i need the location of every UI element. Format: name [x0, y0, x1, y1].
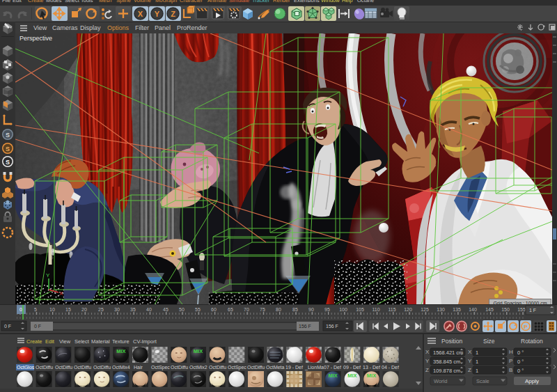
svg-text:OctDiffu: OctDiffu [36, 365, 53, 370]
svg-text:07 - Def: 07 - Def [324, 365, 341, 370]
svg-text:Z: Z [425, 367, 429, 373]
svg-text:60: 60 [211, 307, 217, 312]
svg-text:H: H [509, 349, 513, 355]
svg-text:40: 40 [146, 307, 152, 312]
svg-text:Y: Y [46, 272, 50, 279]
svg-text:115: 115 [388, 307, 395, 312]
svg-text:X: X [425, 349, 430, 355]
svg-text:OctDiffu: OctDiffu [74, 365, 91, 370]
svg-text:_LionMa: _LionMa [304, 365, 324, 370]
svg-text:OctDiffu: OctDiffu [247, 365, 265, 370]
svg-text:Z: Z [468, 367, 471, 373]
svg-text:Edit: Edit [45, 338, 55, 345]
svg-text:OctDiffu: OctDiffu [209, 365, 226, 370]
svg-text:P: P [509, 358, 512, 364]
svg-text:Hair: Hair [134, 365, 143, 370]
svg-text:X: X [138, 10, 143, 18]
svg-text:OctDiffu: OctDiffu [55, 365, 72, 370]
svg-text:OctSpec: OctSpec [228, 365, 246, 370]
svg-text:1: 1 [476, 350, 478, 356]
svg-text:45: 45 [163, 307, 168, 312]
svg-text:Select: Select [74, 338, 90, 345]
svg-text:OctSpec: OctSpec [151, 365, 170, 370]
svg-text:65: 65 [228, 307, 233, 312]
svg-text:CV-Import: CV-Import [133, 338, 157, 345]
svg-text:OctDiffu: OctDiffu [171, 365, 188, 370]
svg-text:75: 75 [260, 307, 265, 312]
svg-text:358.845 cm: 358.845 cm [433, 359, 460, 365]
svg-text:Scale: Scale [476, 378, 489, 384]
svg-text:156 F: 156 F [326, 324, 338, 329]
svg-text:Y: Y [425, 358, 430, 364]
svg-text:0 F: 0 F [4, 324, 11, 329]
svg-text:155: 155 [517, 307, 526, 312]
svg-text:20: 20 [81, 307, 87, 312]
svg-text:105: 105 [356, 307, 364, 312]
svg-text:Y: Y [468, 358, 472, 364]
svg-text:135: 135 [453, 307, 461, 312]
svg-text:13 - Def: 13 - Def [363, 365, 380, 370]
svg-text:1568.421 cm: 1568.421 cm [433, 350, 463, 356]
svg-text:1: 1 [476, 359, 478, 365]
svg-text:35: 35 [130, 307, 136, 312]
svg-text:19 - Def: 19 - Def [285, 365, 303, 370]
svg-text:125: 125 [421, 307, 429, 312]
svg-text:X: X [468, 349, 472, 355]
svg-text:OctDiffu: OctDiffu [93, 365, 111, 370]
svg-text:1: 1 [476, 368, 478, 374]
svg-text:MIX: MIX [347, 373, 356, 379]
svg-text:OctMix4: OctMix4 [112, 365, 130, 370]
svg-text:Texture: Texture [112, 338, 130, 345]
svg-text:Rotation: Rotation [521, 338, 543, 345]
svg-text:156 F: 156 F [299, 324, 311, 329]
svg-text:70: 70 [244, 307, 249, 312]
svg-text:MIX: MIX [367, 373, 376, 379]
svg-text:P: P [524, 324, 528, 330]
svg-text:1 F: 1 F [529, 308, 536, 313]
svg-text:Apply: Apply [525, 378, 539, 384]
svg-text:OctGlos: OctGlos [17, 365, 35, 370]
svg-text:S: S [6, 132, 10, 139]
svg-text:Size: Size [483, 338, 495, 345]
svg-text:S: S [6, 146, 10, 152]
svg-text:15: 15 [65, 307, 71, 312]
svg-text:150: 150 [501, 307, 510, 312]
svg-text:55: 55 [195, 307, 201, 312]
svg-text:View: View [59, 338, 71, 345]
svg-text:140: 140 [469, 307, 477, 312]
svg-text:50: 50 [179, 307, 185, 312]
svg-text:10: 10 [49, 307, 55, 312]
svg-text:X: X [59, 290, 63, 297]
svg-text:145: 145 [485, 307, 494, 312]
svg-text:Material: Material [91, 338, 110, 345]
svg-text:130: 130 [437, 307, 445, 312]
svg-text:Position: Position [441, 338, 463, 345]
svg-text:MIX: MIX [194, 348, 203, 354]
svg-text:25: 25 [98, 307, 104, 312]
svg-text:Z: Z [171, 10, 175, 18]
svg-text:5: 5 [34, 307, 37, 312]
svg-text:85: 85 [292, 307, 298, 312]
svg-text:0 °: 0 ° [517, 368, 524, 374]
svg-text:109.878 cm: 109.878 cm [433, 368, 460, 374]
svg-text:OctMeta: OctMeta [266, 365, 285, 370]
svg-text:MIX: MIX [116, 348, 125, 354]
svg-text:0: 0 [19, 307, 22, 312]
svg-text:Create: Create [26, 338, 42, 345]
svg-text:80: 80 [276, 307, 281, 312]
svg-text:Y: Y [155, 10, 160, 18]
svg-text:0 °: 0 ° [517, 359, 524, 365]
svg-text:100: 100 [339, 307, 347, 312]
svg-text:90: 90 [308, 307, 314, 312]
svg-text:S: S [6, 159, 10, 166]
svg-text:0 °: 0 ° [517, 350, 524, 356]
svg-text:09 - Def: 09 - Def [343, 365, 361, 370]
svg-text:OctMix2: OctMix2 [189, 365, 207, 370]
svg-text:95: 95 [324, 307, 330, 312]
svg-text:30: 30 [114, 307, 120, 312]
svg-text:0 F: 0 F [34, 324, 41, 329]
svg-text:120: 120 [404, 307, 412, 312]
svg-text:110: 110 [372, 307, 379, 312]
svg-text:World: World [434, 378, 447, 384]
svg-text:B: B [509, 367, 512, 373]
